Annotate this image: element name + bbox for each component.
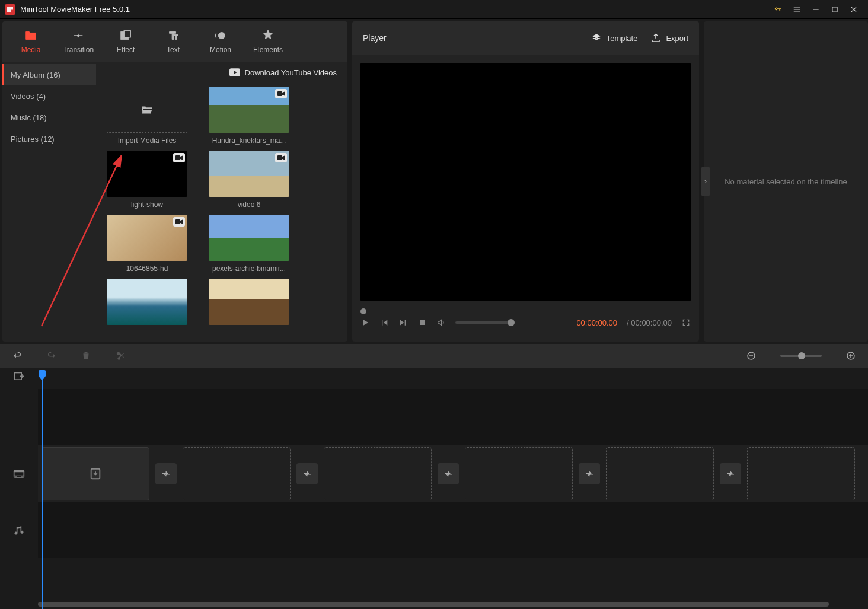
- player-controls: 00:00:00.00 / 00:00:00.00: [352, 310, 699, 342]
- svg-rect-15: [14, 470, 24, 477]
- media-item[interactable]: [209, 279, 289, 329]
- video-badge-icon: [275, 153, 287, 162]
- media-item[interactable]: 10646855-hd: [107, 215, 187, 273]
- export-button[interactable]: Export: [650, 33, 688, 43]
- media-item[interactable]: video 6: [209, 151, 289, 209]
- video-badge-icon: [173, 217, 185, 227]
- zoom-out-button[interactable]: [746, 350, 757, 361]
- svg-rect-6: [277, 91, 282, 96]
- video-track-icon: [0, 445, 38, 502]
- clip-drop-slot[interactable]: [747, 447, 855, 500]
- time-total: 00:00:00.00: [631, 318, 672, 327]
- tab-effect[interactable]: Effect: [102, 21, 149, 62]
- tab-media[interactable]: Media: [7, 21, 55, 62]
- tab-label: Text: [167, 46, 180, 54]
- sidebar-item-music[interactable]: Music (18): [2, 107, 96, 128]
- fit-zoom-button[interactable]: [711, 350, 722, 361]
- video-badge-icon: [173, 153, 185, 162]
- tab-elements[interactable]: Elements: [244, 21, 292, 62]
- export-icon: [650, 33, 661, 43]
- playhead[interactable]: [42, 375, 43, 609]
- transition-slot[interactable]: [579, 463, 600, 484]
- motion-icon: [214, 29, 227, 42]
- sidebar-item-videos[interactable]: Videos (4): [2, 85, 96, 107]
- youtube-icon: [229, 68, 240, 76]
- sidebar-item-label: Pictures (12): [11, 135, 55, 144]
- timeline-body: [0, 368, 868, 609]
- fullscreen-button[interactable]: [681, 318, 691, 327]
- import-media-label: Import Media Files: [118, 136, 177, 145]
- layers-icon: [591, 33, 602, 43]
- undo-button[interactable]: [12, 350, 23, 361]
- clip-drop-slot[interactable]: [606, 447, 714, 500]
- clip-drop-slot[interactable]: [465, 447, 573, 500]
- volume-button[interactable]: [436, 318, 446, 327]
- tab-motion[interactable]: Motion: [197, 21, 244, 62]
- media-item[interactable]: [107, 279, 187, 329]
- timeline-tracks[interactable]: [38, 368, 868, 598]
- player-viewport[interactable]: [360, 63, 691, 301]
- timeline-horizontal-scrollbar[interactable]: [38, 602, 862, 607]
- svg-rect-3: [124, 31, 130, 37]
- zoom-slider[interactable]: [780, 355, 822, 357]
- template-label: Template: [607, 34, 638, 43]
- transition-slot[interactable]: [720, 463, 741, 484]
- transition-slot[interactable]: [296, 463, 318, 484]
- seek-bar[interactable]: [360, 310, 691, 313]
- sidebar-item-pictures[interactable]: Pictures (12): [2, 128, 96, 149]
- app-logo-icon: [5, 4, 15, 15]
- transition-slot[interactable]: [438, 463, 459, 484]
- library-sidebar: My Album (16) Videos (4) Music (18) Pict…: [2, 62, 96, 342]
- clip-drop-slot[interactable]: [183, 447, 291, 500]
- effect-icon: [119, 29, 132, 42]
- next-frame-button[interactable]: [398, 318, 408, 327]
- svg-rect-1: [832, 7, 837, 11]
- text-icon: [167, 29, 180, 42]
- volume-slider[interactable]: [455, 321, 515, 324]
- redo-button[interactable]: [46, 350, 57, 361]
- video-track[interactable]: [38, 445, 868, 502]
- play-button[interactable]: [360, 318, 370, 327]
- tab-text[interactable]: Text: [149, 21, 197, 62]
- tab-label: Transition: [63, 46, 94, 54]
- add-track-button[interactable]: [0, 368, 38, 389]
- minimize-button[interactable]: [806, 2, 825, 17]
- media-item-label: pexels-archie-binamir...: [212, 264, 286, 273]
- media-item-label: 10646855-hd: [126, 264, 168, 273]
- player-panel: Player Template Export 00:00:00.00 / 00: [352, 21, 699, 342]
- close-button[interactable]: [844, 2, 863, 17]
- sidebar-item-label: Music (18): [11, 113, 47, 122]
- delete-button[interactable]: [81, 350, 91, 361]
- media-item[interactable]: Hundra_knektars_ma...: [209, 87, 289, 145]
- prev-frame-button[interactable]: [379, 318, 389, 327]
- text-track[interactable]: [38, 389, 868, 445]
- upgrade-key-icon[interactable]: [768, 2, 787, 17]
- split-button[interactable]: [115, 350, 126, 361]
- stop-button[interactable]: [417, 318, 427, 327]
- video-badge-icon: [275, 89, 287, 98]
- maximize-button[interactable]: [825, 2, 844, 17]
- clip-drop-slot[interactable]: [324, 447, 432, 500]
- svg-rect-12: [749, 355, 753, 356]
- tab-label: Elements: [253, 46, 283, 54]
- transition-slot[interactable]: [155, 463, 177, 484]
- player-header: Player Template Export: [352, 21, 699, 55]
- menu-icon[interactable]: [787, 2, 806, 17]
- panel-expand-handle[interactable]: ›: [701, 167, 710, 196]
- tab-label: Motion: [210, 46, 231, 54]
- download-youtube-button[interactable]: Download YouTube Videos: [96, 62, 347, 83]
- template-button[interactable]: Template: [591, 33, 638, 43]
- timeline-ruler[interactable]: [38, 368, 868, 389]
- zoom-in-button[interactable]: [845, 350, 856, 361]
- app-title: MiniTool MovieMaker Free 5.0.1: [20, 5, 130, 14]
- tab-transition[interactable]: Transition: [55, 21, 102, 62]
- media-item[interactable]: light-show: [107, 151, 187, 209]
- sidebar-item-my-album[interactable]: My Album (16): [2, 64, 96, 85]
- import-media-button[interactable]: Import Media Files: [107, 87, 187, 145]
- clip-drop-slot[interactable]: [42, 447, 149, 500]
- timeline-toolbar: [0, 344, 868, 368]
- inspector-panel: › No material selected on the timeline: [704, 21, 868, 342]
- audio-track[interactable]: [38, 502, 868, 558]
- media-item[interactable]: pexels-archie-binamir...: [209, 215, 289, 273]
- tab-label: Media: [21, 46, 41, 54]
